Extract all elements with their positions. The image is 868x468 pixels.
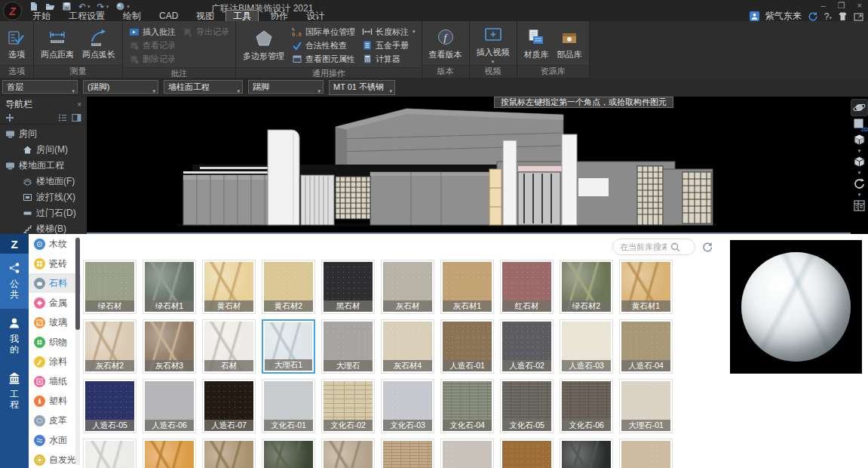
material-swatch-大理石-01[interactable]: 大理石-01 <box>619 379 673 433</box>
nav-list-icon[interactable] <box>57 112 67 122</box>
material-swatch-灰石材1[interactable]: 灰石材1 <box>440 260 494 314</box>
menu-tab-设计[interactable]: 设计 <box>299 11 331 22</box>
ribbon-button-两点弧长[interactable]: 两点弧长 <box>79 26 118 60</box>
nav-group-楼地面工程[interactable]: 楼地面工程 <box>0 158 87 174</box>
nav-panel-icon[interactable] <box>72 112 81 122</box>
nav-item-楼地面(F)[interactable]: 楼地面(F) <box>0 174 87 189</box>
search-input[interactable] <box>618 242 668 252</box>
category-织物[interactable]: 织物 <box>29 332 81 352</box>
category-塑料[interactable]: 塑料 <box>29 391 81 411</box>
menu-tab-开始[interactable]: 开始 <box>26 11 57 22</box>
material-swatch-人造石-01[interactable]: 人造石-01 <box>440 319 494 374</box>
category-玻璃[interactable]: 玻璃 <box>29 313 81 332</box>
ribbon-button-五金手册[interactable]: 五金手册 <box>360 38 418 52</box>
selector-dropdown-2[interactable]: (踢脚)▾ <box>83 80 158 94</box>
selector-dropdown-5[interactable]: MT 01 不锈钢▾ <box>329 80 395 95</box>
nav-group-房间[interactable]: 房间 <box>0 126 87 142</box>
material-swatch-灰石材[interactable]: 灰石材 <box>381 260 434 314</box>
viewtool-rotate-view-icon[interactable] <box>851 176 867 192</box>
material-swatch-绿石材[interactable]: 绿石材 <box>83 260 136 314</box>
material-swatch-黑石材[interactable]: 黑石材 <box>321 260 375 314</box>
material-swatch-人造石-06[interactable]: 人造石-06 <box>143 379 196 433</box>
menu-tab-协作[interactable]: 协作 <box>263 11 295 22</box>
material-swatch-文化石-05[interactable]: 文化石-05 <box>500 379 554 433</box>
material-swatch-人造石-05[interactable]: 人造石-05 <box>83 379 136 433</box>
ribbon-button-选项[interactable]: 选项 <box>4 26 29 60</box>
viewtool-view-2d-icon[interactable]: 2D <box>851 116 867 132</box>
refresh-icon[interactable] <box>702 242 713 253</box>
material-swatch[interactable] <box>440 439 494 468</box>
menu-tab-工程设置[interactable]: 工程设置 <box>62 11 112 22</box>
ribbon-button-长度标注[interactable]: 长度标注▾ <box>360 25 418 38</box>
ribbon-button-合法性检查[interactable]: 合法性检查 <box>290 38 357 52</box>
menu-tab-视图[interactable]: 视图 <box>189 11 221 22</box>
category-涂料[interactable]: 涂料 <box>29 352 81 371</box>
viewport-3d[interactable]: 按鼠标左键指定第一个角点，或拾取构件图元 <box>87 97 851 234</box>
material-swatch-红石材[interactable]: 红石材 <box>500 260 554 314</box>
category-水面[interactable]: 水面 <box>29 430 81 450</box>
material-swatch[interactable] <box>560 439 613 468</box>
ribbon-button-插入视频[interactable]: 插入视频▾ <box>474 23 513 63</box>
nav-item-过门石(D)[interactable]: 过门石(D) <box>0 205 87 221</box>
material-swatch-黄石材2[interactable]: 黄石材2 <box>262 260 315 314</box>
menu-tab-工具[interactable]: 工具 <box>225 10 259 22</box>
material-swatch-大理石[interactable]: 大理石 <box>321 319 375 374</box>
nav-item-楼梯(B)[interactable]: 楼梯(B) <box>0 221 87 234</box>
material-swatch-文化石-06[interactable]: 文化石-06 <box>560 379 613 433</box>
ribbon-button-材质库[interactable]: 材质库 <box>521 26 552 60</box>
material-preview-viewport[interactable] <box>730 240 862 374</box>
material-swatch-绿石材2[interactable]: 绿石材2 <box>560 260 613 314</box>
material-swatch[interactable] <box>321 439 375 468</box>
material-swatch-黄石材[interactable]: 黄石材 <box>202 260 256 314</box>
category-墙纸[interactable]: 墙纸 <box>29 371 81 391</box>
material-swatch[interactable] <box>500 439 554 468</box>
category-scrollbar[interactable] <box>75 236 80 465</box>
help-button[interactable]: ?▾ <box>824 11 832 22</box>
avatar[interactable] <box>750 11 759 21</box>
material-swatch-人造石-04[interactable]: 人造石-04 <box>619 319 673 374</box>
viewtool-orbit-icon[interactable] <box>851 99 868 116</box>
material-swatch-灰石材2[interactable]: 灰石材2 <box>83 319 136 374</box>
material-swatch-人造石-02[interactable]: 人造石-02 <box>500 319 554 374</box>
material-swatch-大理石1[interactable]: 大理石1 <box>262 319 315 374</box>
selector-dropdown-3[interactable]: 墙柱面工程▾ <box>164 80 243 94</box>
menu-tab-绘制[interactable]: 绘制 <box>116 11 148 22</box>
material-swatch-黄石材1[interactable]: 黄石材1 <box>619 260 673 314</box>
library-tab-公共[interactable]: 公共 <box>0 254 29 309</box>
close-button[interactable]: × <box>857 0 862 11</box>
material-swatch[interactable] <box>262 439 315 468</box>
viewtool-schedule-icon[interactable] <box>851 198 867 214</box>
minimize-button[interactable]: – <box>821 0 826 11</box>
material-swatch-人造石-03[interactable]: 人造石-03 <box>560 319 613 374</box>
selector-dropdown-1[interactable]: 首层▾ <box>2 80 78 94</box>
category-木纹[interactable]: 木纹 <box>29 234 81 254</box>
ribbon-button-计算器[interactable]: 计算器 <box>360 52 418 66</box>
material-swatch-灰石材3[interactable]: 灰石材3 <box>143 319 196 374</box>
navigator-close-icon[interactable]: × <box>77 100 81 109</box>
material-swatch[interactable] <box>202 439 256 468</box>
ribbon-button-两点距离[interactable]: 两点距离 <box>38 26 77 60</box>
menu-tab-CAD[interactable]: CAD <box>152 11 185 22</box>
sync-icon[interactable] <box>808 11 818 22</box>
category-皮革[interactable]: 皮革 <box>29 411 81 430</box>
ribbon-button-查看版本[interactable]: f查看版本 <box>426 26 465 60</box>
viewtool-cube-home-icon[interactable] <box>851 132 867 148</box>
nav-item-波打线(X)[interactable]: 波打线(X) <box>0 189 87 205</box>
nav-item-房间(M)[interactable]: 房间(M) <box>0 142 87 158</box>
viewtool-cube-view-icon[interactable] <box>851 154 867 170</box>
nav-move-icon[interactable] <box>5 113 14 122</box>
material-swatch[interactable] <box>83 439 136 468</box>
ribbon-button-插入批注[interactable]: 插入批注 <box>127 25 178 38</box>
material-swatch-文化石-02[interactable]: 文化石-02 <box>321 379 375 433</box>
panel-toggle-icon[interactable] <box>854 11 863 21</box>
material-swatch-人造石-07[interactable]: 人造石-07 <box>202 379 256 433</box>
material-swatch-文化石-04[interactable]: 文化石-04 <box>440 379 494 433</box>
ribbon-button-部品库[interactable]: 部品库 <box>554 26 585 60</box>
material-swatch-文化石-03[interactable]: 文化石-03 <box>381 379 434 433</box>
category-自发光[interactable]: 自发光 <box>29 450 81 468</box>
app-logo[interactable]: Z <box>3 2 22 20</box>
library-tab-我的[interactable]: 我的 <box>0 309 29 364</box>
material-swatch-文化石-01[interactable]: 文化石-01 <box>262 379 315 433</box>
category-石料[interactable]: 石料 <box>29 273 81 293</box>
material-swatch[interactable] <box>381 439 434 468</box>
